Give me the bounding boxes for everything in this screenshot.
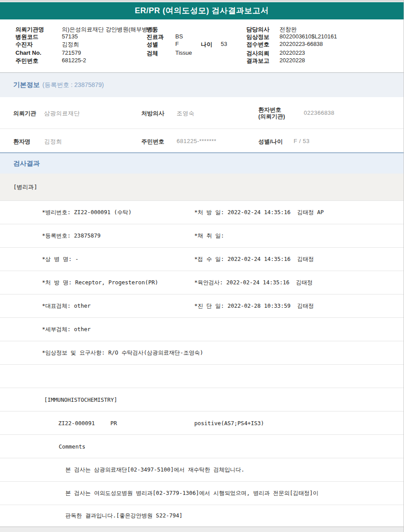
basic-info-section-header: 기본정보 (등록번호 : 23875879) (0, 72, 404, 97)
label-hospital-code: 병원코드 (15, 33, 38, 41)
receipt-date: *접 수 일: 2022-02-24 14:35:16 김태정 (194, 256, 314, 263)
footer-bar (0, 527, 404, 532)
gross-exam-date: *육안검사: 2022-02-24 14:35:16 김태정 (194, 279, 313, 287)
basic-info-title: 기본정보 (13, 81, 40, 89)
value-clinical-info: 8022003610$L210161 (279, 33, 337, 40)
value-receipt-no: 20220223-66838 (279, 41, 323, 47)
comment-row-1: 본 검사는 삼광의료재단[02-3497-5100]에서 재수탁한 검체입니다. (0, 458, 404, 482)
value-department: BS (175, 33, 183, 40)
ihc-result-value: positive(AS7;PS4+IS3) (194, 420, 264, 426)
label-age: 나이 (201, 41, 212, 49)
comment-row-2: 본 검사는 여의도성모병원 병리과[02-3779-1306]에서 시행되었으며… (0, 482, 404, 505)
field-row-empty (0, 365, 404, 388)
value-resident-no: 681225-2 (62, 57, 86, 64)
prescription-date: *처 방 일: 2022-02-24 14:35:16 김태정 AP (194, 209, 324, 216)
ihc-marker: PR (110, 420, 117, 426)
value-age: 53 (221, 41, 227, 47)
value-patient-no: 022366838 (304, 109, 335, 116)
label-resident-no: 주민번호 (15, 57, 38, 65)
comment-row-3: 판독한 결과입니다.[좋은강안병원 S22-794] (0, 505, 404, 527)
comment-line-1: 본 검사는 삼광의료재단[02-3497-5100]에서 재수탁한 검체입니다. (65, 466, 245, 474)
pathology-no: *병리번호: ZI22-000091 (수탁) (42, 209, 132, 216)
value-specimen: Tissue (175, 49, 192, 56)
value-sex-age: F / 53 (294, 138, 310, 144)
field-row-disease-name: *상 병 명: - *접 수 일: 2022-02-24 14:35:16 김태… (0, 248, 404, 271)
collection-date: *채 취 일: (194, 232, 224, 240)
label-ward: 병동 (147, 26, 158, 34)
field-row-pathology-no: *병리번호: ZI22-000091 (수탁) *처 방 일: 2022-02-… (0, 201, 404, 224)
detail-specimen: *세부검체: other (42, 326, 91, 333)
basic-info-registration-no: (등록번호 : 23875879) (42, 81, 104, 89)
pathology-dept-row: [병리과] (0, 174, 404, 201)
field-row-representative-specimen: *대표검체: other *진 단 일: 2022-02-28 10:33:59… (0, 294, 404, 318)
value-chart-no: 721579 (62, 49, 81, 56)
label-prescribing-doctor: 처방의사 (141, 109, 164, 117)
label-clinical-info: 임상정보 (246, 33, 269, 41)
comment-line-3: 판독한 결과입니다.[좋은강안병원 S22-794] (65, 512, 182, 520)
comment-line-2: 본 검사는 여의도성모병원 병리과[02-3779-1306]에서 시행되었으며… (65, 490, 318, 497)
report-title: ER/PR (여의도성모) 검사결과보고서 (135, 6, 269, 15)
registration-no: *등록번호: 23875879 (42, 232, 101, 240)
basic-info-row-2: 환자명 김정희 주민번호 681225-******* 성별/나이 F / 53 (0, 129, 404, 152)
label-sex-age: 성별/나이 (258, 138, 283, 146)
value-prescribing-doctor: 조영숙 (177, 109, 195, 117)
header-info: 의뢰기관명 의)은성의료재단 강안병원(해부병리) 병원코드 57135 수진자… (0, 19, 404, 72)
label-specimen: 검체 (147, 49, 158, 57)
label-patient-no-line2: (의뢰기관) (258, 113, 285, 120)
value-resident-no-masked: 681225-******* (177, 138, 216, 144)
value-request-org: 삼광의료재단 (44, 109, 80, 117)
value-result-report-date: 20220228 (279, 57, 305, 64)
ihc-result-row: ZI22-000091 PR positive(AS7;PS4+IS3) (0, 411, 404, 435)
disease-name: *상 병 명: - (42, 256, 79, 263)
label-sex: 성별 (147, 41, 158, 49)
label-test-request-date: 검사의뢰 (246, 49, 269, 57)
comments-header-row: Comments (0, 435, 404, 458)
pathology-dept-label: [병리과] (13, 183, 38, 191)
field-row-detail-specimen: *세부검체: other (0, 318, 404, 341)
comments-label: Comments (59, 443, 85, 450)
label-examinee: 수진자 (15, 41, 33, 49)
label-receipt-no: 접수번호 (246, 41, 269, 49)
ihc-header: [IMMUNOHISTOCHEMISTRY] (44, 396, 117, 403)
label-resident-no-masked: 주민번호 (141, 138, 164, 146)
label-chart-no: Chart No. (15, 49, 42, 56)
field-row-registration-no: *등록번호: 23875879 *채 취 일: (0, 224, 404, 248)
label-department: 진료과 (147, 33, 164, 41)
representative-specimen: *대표검체: other (42, 302, 91, 310)
value-requesting-org: 의)은성의료재단 강안병원(해부병리) (62, 26, 155, 34)
top-strip (0, 0, 404, 2)
results-title: 검사결과 (13, 159, 40, 168)
ihc-header-row: [IMMUNOHISTOCHEMISTRY] (0, 388, 404, 411)
value-sex: F (175, 41, 179, 47)
label-request-org: 의뢰기관 (13, 109, 36, 117)
clinical-info-request: *임상정보 및 요구사항: R/O 수탁검사(삼광의료재단-조영숙) (42, 349, 203, 357)
field-row-prescription-name: *처 방 명: Receptor, Progesteron(PR) *육안검사:… (0, 271, 404, 294)
report-page: ER/PR (여의도성모) 검사결과보고서 의뢰기관명 의)은성의료재단 강안병… (0, 0, 404, 532)
field-row-clinical-info-request: *임상정보 및 요구사항: R/O 수탁검사(삼광의료재단-조영숙) (0, 341, 404, 365)
label-result-report-date: 결과보고 (246, 57, 269, 65)
prescription-name: *처 방 명: Receptor, Progesteron(PR) (42, 279, 158, 287)
report-title-bar: ER/PR (여의도성모) 검사결과보고서 (0, 2, 404, 19)
value-examinee: 김정희 (62, 41, 79, 49)
diagnosis-date: *진 단 일: 2022-02-28 10:33:59 김태정 (194, 302, 314, 310)
value-test-request-date: 20220223 (279, 49, 305, 56)
ihc-specimen-no: ZI22-000091 (58, 420, 95, 426)
value-patient-name: 김정희 (44, 138, 62, 146)
value-attending-doctor: 전창완 (279, 26, 297, 34)
label-patient-name: 환자명 (13, 138, 30, 146)
label-attending-doctor: 담당의사 (246, 26, 269, 34)
results-section-header: 검사결과 (0, 152, 404, 174)
label-requesting-org: 의뢰기관명 (15, 26, 44, 34)
label-patient-no-line1: 환자번호 (258, 106, 281, 113)
value-hospital-code: 57135 (62, 33, 78, 40)
basic-info-row-1: 의뢰기관 삼광의료재단 처방의사 조영숙 환자번호 (의뢰기관) 0223668… (0, 97, 404, 129)
